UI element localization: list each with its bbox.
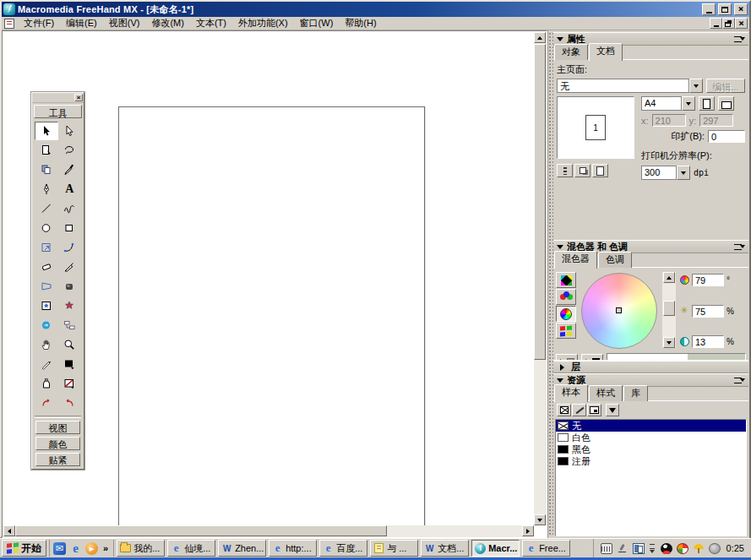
colors-mode-button[interactable]: 颜色 [35, 437, 80, 450]
media-player-icon[interactable]: ▸ [85, 542, 98, 555]
taskbar-item-my[interactable]: 我的... [117, 540, 165, 557]
master-page-select[interactable]: 无 [557, 79, 703, 93]
outlook-express-icon[interactable]: ✉ [53, 542, 66, 555]
text-tool-icon[interactable]: A [58, 180, 82, 198]
taskbar-item-http[interactable]: ehttp:... [269, 540, 317, 557]
horizontal-scrollbar[interactable] [3, 525, 534, 537]
minimize-button[interactable] [702, 3, 716, 15]
vertical-scrollbar[interactable] [534, 32, 547, 525]
color-wheel[interactable] [581, 273, 657, 349]
scroll-up-icon[interactable] [534, 32, 546, 43]
taskbar-item-baidu[interactable]: e百度... [319, 540, 367, 557]
vertical-scroll-thumb[interactable] [534, 44, 546, 360]
pen-tool-icon[interactable] [35, 180, 58, 198]
page-preview[interactable]: 1 [557, 96, 634, 159]
menu-edit[interactable]: 编辑(E) [60, 16, 103, 30]
taskbar-item-xianjing[interactable]: e仙境... [167, 540, 215, 557]
scroll-down-icon[interactable] [534, 514, 546, 525]
extrude-tool-icon[interactable] [58, 296, 82, 315]
scroll-left-icon[interactable] [3, 525, 15, 536]
swatch-row-white[interactable]: 白色 [556, 432, 746, 443]
page-preview-thumbnail[interactable]: 1 [585, 115, 606, 140]
taskbar-item-free[interactable]: eFree... [522, 540, 570, 557]
swap-stroke-color-icon[interactable] [35, 394, 58, 412]
freeform-tool-icon[interactable] [58, 238, 82, 257]
chevron-down-icon[interactable] [682, 96, 695, 111]
edit-master-button[interactable]: 编辑... [706, 79, 745, 93]
preview-size-small-button[interactable] [557, 164, 573, 177]
smudge-tool-icon[interactable] [58, 277, 82, 296]
tab-mixer[interactable]: 混色器 [554, 251, 597, 269]
tab-document[interactable]: 文档 [589, 43, 623, 61]
pen-input-icon[interactable] [617, 543, 629, 554]
pointer-tool-icon[interactable] [35, 122, 58, 140]
ime-icon[interactable] [633, 543, 645, 554]
rectangle-tool-icon[interactable] [58, 219, 82, 237]
landscape-orientation-button[interactable] [718, 96, 734, 111]
system-color-picker-button[interactable] [556, 323, 576, 339]
volume-tray-icon[interactable] [709, 543, 721, 554]
menu-view[interactable]: 视图(V) [103, 16, 146, 30]
preview-size-medium-button[interactable] [574, 164, 590, 177]
portrait-orientation-button[interactable] [699, 96, 715, 111]
antivirus-ball-icon[interactable] [677, 543, 688, 554]
panel-options-icon[interactable] [734, 35, 745, 43]
knife-tool-icon[interactable] [58, 258, 82, 276]
tab-object[interactable]: 对象 [554, 44, 588, 60]
menu-help[interactable]: 帮助(H) [339, 16, 382, 30]
menu-xtras[interactable]: 外加功能(X) [232, 16, 294, 30]
menu-file[interactable]: 文件(F) [18, 16, 60, 30]
rgb-mode-button[interactable] [556, 289, 576, 305]
printer-resolution-select[interactable]: 300 [641, 166, 690, 180]
tab-swatches[interactable]: 样本 [554, 384, 588, 402]
line-tool-icon[interactable] [35, 199, 58, 218]
menu-text[interactable]: 文本(T) [190, 16, 232, 30]
preview-size-large-button[interactable] [592, 164, 608, 177]
swatch-row-registration[interactable]: 注册 [556, 455, 746, 467]
scroll-right-icon[interactable] [522, 525, 534, 536]
apply-to-fill-button[interactable] [557, 404, 571, 416]
horizontal-scroll-thumb[interactable] [15, 525, 387, 536]
slider-up-icon[interactable] [663, 272, 675, 283]
document-icon[interactable] [4, 19, 14, 29]
quick-launch-overflow-chevron[interactable]: » [101, 543, 110, 553]
start-button[interactable]: 开始 [2, 540, 46, 557]
taskbar-clock[interactable]: 0:25 [725, 543, 744, 553]
tab-tints[interactable]: 色调 [598, 252, 632, 268]
page-outline[interactable] [118, 106, 425, 537]
hand-tool-icon[interactable] [35, 335, 58, 354]
document-canvas[interactable]: × 工具 A [2, 30, 547, 538]
chevron-down-icon[interactable] [677, 166, 690, 180]
pencil-tool-icon[interactable] [58, 199, 82, 218]
taskbar-item-yu[interactable]: 与 ... [370, 540, 418, 557]
lightness-field[interactable]: 75 [692, 305, 724, 318]
connector-tool-icon[interactable] [58, 316, 82, 334]
ellipse-tool-icon[interactable] [35, 219, 58, 237]
hls-mode-button[interactable] [556, 306, 576, 322]
page-size-select[interactable]: A4 [641, 96, 695, 111]
chevron-down-icon[interactable] [689, 79, 703, 93]
umbrella-tray-icon[interactable] [693, 543, 705, 554]
apply-to-both-button[interactable] [587, 404, 601, 416]
trace-tool-icon[interactable] [35, 238, 58, 257]
color-wheel-handle[interactable] [616, 307, 622, 313]
panel-options-icon[interactable] [734, 377, 745, 384]
zoom-tool-icon[interactable] [58, 335, 82, 354]
eyedropper-tool-icon[interactable] [58, 160, 82, 179]
tools-close-icon[interactable]: × [74, 94, 83, 101]
tools-panel[interactable]: × 工具 A [31, 92, 84, 470]
fisheye-lens-tool-icon[interactable] [35, 296, 58, 315]
title-bar[interactable]: Macromedia FreeHand MX - [未命名-1*] × [2, 2, 749, 17]
lightness-slider[interactable] [662, 272, 676, 348]
swatch-row-black[interactable]: 黑色 [556, 443, 746, 455]
perspective-tool-icon[interactable] [35, 277, 58, 296]
taskbar-item-wendang[interactable]: W文档... [421, 540, 469, 557]
swap-fill-color-icon[interactable] [58, 394, 82, 412]
view-mode-button[interactable]: 视图 [35, 421, 80, 434]
taskbar-item-zhen[interactable]: WZhen... [218, 540, 266, 557]
subselect-tool-icon[interactable] [58, 122, 82, 140]
snap-mode-button[interactable]: 贴紧 [35, 453, 80, 466]
graphic-hose-tool-icon[interactable] [35, 160, 58, 179]
page-tool-icon[interactable] [35, 141, 58, 160]
hue-field[interactable]: 79 [692, 274, 724, 286]
